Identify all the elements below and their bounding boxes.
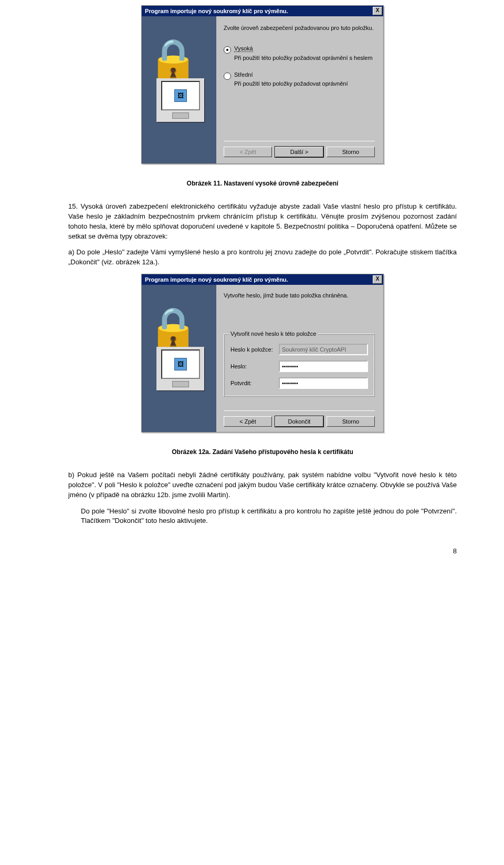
titlebar-text: Program importuje nový soukromý klíč pro… — [145, 276, 373, 283]
radio-icon — [224, 46, 231, 54]
radio-medium-title: Střední — [234, 71, 253, 78]
figure-caption-11: Obrázek 11. Nastavení vysoké úrovně zabe… — [68, 180, 457, 187]
dialog-buttons: < Zpět Dokončit Storno — [224, 410, 375, 427]
dialog-buttons: < Zpět Další > Storno — [224, 141, 375, 157]
password-fieldset: Vytvořit nové heslo k této položce Heslo… — [224, 334, 375, 397]
paragraph-b2: Do pole "Heslo" si zvolte libovolné hesl… — [68, 507, 457, 527]
fieldset-legend: Vytvořit nové heslo k této položce — [228, 331, 318, 337]
radio-option-medium[interactable]: Střední Při použití této položky požadov… — [224, 71, 375, 88]
titlebar: Program importuje nový soukromý klíč pro… — [142, 6, 383, 16]
back-button[interactable]: < Zpět — [224, 147, 272, 157]
confirm-password-input[interactable]: •••••••• — [279, 377, 368, 389]
paragraph-15: 15. Vysoká úroveň zabezpečení elektronic… — [68, 202, 457, 241]
label-confirm: Potvrdit: — [230, 380, 279, 386]
titlebar-text: Program importuje nový soukromý klíč pro… — [145, 8, 373, 14]
page-number: 8 — [68, 547, 457, 555]
dialog-security-level: Program importuje nový soukromý klíč pro… — [141, 5, 384, 164]
radio-medium-desc: Při použití této položky požadovat opráv… — [234, 79, 348, 88]
monitor-icon: 🖾 — [156, 347, 205, 391]
close-button[interactable]: X — [373, 7, 382, 15]
back-button[interactable]: < Zpět — [224, 416, 272, 427]
padlock-icon: 🔒 — [147, 308, 200, 350]
dialog-sidepanel: 🔒 🖾 — [142, 285, 216, 432]
dialog-sidepanel: 🔒 🖾 — [142, 16, 216, 163]
padlock-icon: 🔒 — [147, 39, 200, 81]
radio-high-title: Vysoká — [234, 45, 253, 52]
radio-option-high[interactable]: Vysoká Při použití této položky požadova… — [224, 45, 375, 63]
paragraph-a: a) Do pole „Heslo" zadejte Vámi vymyšlen… — [68, 248, 457, 267]
cancel-button[interactable]: Storno — [327, 416, 375, 427]
label-item-password: Heslo k položce: — [230, 346, 279, 353]
radio-icon — [224, 73, 231, 80]
dialog2-intro: Vytvořte heslo, jímž bude tato položka c… — [224, 291, 375, 300]
monitor-icon: 🖾 — [156, 78, 205, 122]
titlebar: Program importuje nový soukromý klíč pro… — [142, 274, 383, 285]
cancel-button[interactable]: Storno — [327, 147, 375, 157]
item-name-input: Soukromý klíč CryptoAPI — [279, 344, 368, 355]
next-button[interactable]: Další > — [275, 147, 323, 157]
paragraph-b1: b) Pokud ještě na Vašem počítači nebyli … — [68, 470, 457, 500]
password-input[interactable]: •••••••• — [279, 361, 368, 372]
finish-button[interactable]: Dokončit — [275, 416, 323, 427]
label-password: Heslo: — [230, 363, 279, 369]
radio-high-desc: Při použití této položky požadovat opráv… — [234, 54, 373, 63]
dialog-create-password: Program importuje nový soukromý klíč pro… — [141, 274, 384, 432]
dialog-intro: Zvolte úroveň zabezpečení požadovanou pr… — [224, 24, 375, 33]
close-button[interactable]: X — [373, 275, 382, 284]
figure-caption-12a: Obrázek 12a. Zadání Vašeho přístupového … — [68, 448, 457, 456]
